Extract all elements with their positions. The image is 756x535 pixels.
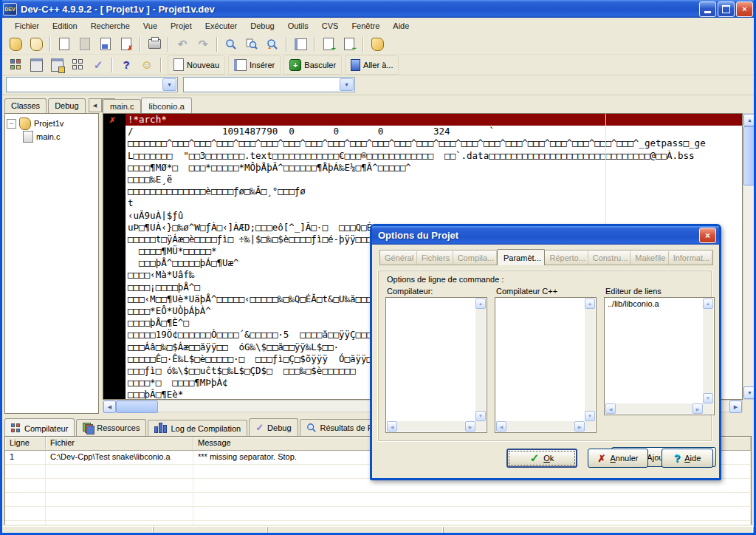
run-button[interactable]	[26, 55, 47, 75]
question-icon: ?	[674, 452, 681, 464]
tab-mainc[interactable]: main.c	[103, 99, 141, 113]
scroll-down-button[interactable]: ▼	[743, 386, 756, 399]
editor-vscrollbar[interactable]: ▲ ▼	[743, 113, 755, 400]
editor-line: t	[126, 197, 742, 209]
member-combo[interactable]: ▼	[183, 77, 355, 92]
tab-compilateur[interactable]: Compilateur	[4, 418, 75, 436]
menu-recherche[interactable]: Recherche	[84, 19, 137, 33]
vscroll-thumb[interactable]	[743, 126, 756, 185]
find-button[interactable]	[221, 35, 241, 54]
tab-debug[interactable]: Debug	[48, 98, 85, 113]
replace-button[interactable]	[262, 35, 283, 54]
scroll-left-button[interactable]: ◀	[89, 98, 102, 112]
menu-debug[interactable]: Debug	[244, 19, 281, 33]
new-project-button[interactable]	[5, 35, 26, 54]
tab-classes[interactable]: Classes	[4, 98, 47, 113]
tab-debug-bottom[interactable]: ✓ Debug	[249, 418, 298, 436]
scroll-up-button[interactable]: ▲	[743, 114, 756, 126]
restore-button[interactable]	[718, 1, 735, 17]
collapse-icon[interactable]: −	[7, 119, 16, 129]
header-ligne[interactable]: Ligne	[5, 437, 46, 450]
linker-options-input[interactable]: ../lib/libconio.a ▲ ▼ ◀ ▶	[604, 297, 715, 415]
compilateur-options-input[interactable]: ▲ ▼ ◀ ▶	[385, 297, 487, 433]
tab-libconioa[interactable]: libconio.a	[141, 98, 192, 113]
basculer-button[interactable]: + Basculer	[284, 55, 342, 75]
compilateur-cpp-options-input[interactable]: ▲ ▼ ◀ ▶	[495, 297, 597, 433]
toolbar-separator	[160, 58, 162, 72]
red-x-icon: ✗	[127, 44, 133, 52]
cancel-button[interactable]: ✗ Annuler	[588, 449, 648, 468]
menu-aide[interactable]: Aide	[386, 19, 416, 33]
class-combo[interactable]: ▼	[6, 77, 178, 92]
close-button[interactable]: ×	[736, 1, 753, 17]
tree-node-project[interactable]: − Projet1v	[7, 117, 97, 130]
arrow-up-icon: ▲	[747, 117, 752, 123]
hscroll-thumb[interactable]	[116, 401, 158, 413]
dialog-tab-repertoires[interactable]: Réperto...	[545, 251, 588, 265]
log-tab-icon	[154, 423, 167, 433]
remove-from-project-button[interactable]: −	[339, 35, 360, 54]
find-in-files-button[interactable]	[241, 35, 262, 54]
redo-icon: ↷	[199, 38, 208, 50]
dialog-tab-compila[interactable]: Compila...	[453, 251, 497, 265]
tab-ressources[interactable]: Ressources	[76, 419, 146, 436]
print-button[interactable]	[144, 35, 165, 54]
compile-button[interactable]	[5, 55, 26, 75]
toolbar-separator	[111, 58, 113, 72]
debug-button[interactable]: ✓	[88, 55, 109, 75]
status-cell	[2, 527, 154, 535]
open-file-button[interactable]	[75, 35, 95, 54]
profile-button[interactable]	[367, 35, 388, 54]
chevron-down-icon[interactable]: ▼	[340, 78, 354, 91]
add-to-project-button[interactable]: +	[318, 35, 339, 54]
minimize-button[interactable]	[699, 1, 716, 17]
rebuild-button[interactable]	[67, 55, 88, 75]
command-line-group: Options de ligne de commande : Compilate…	[377, 270, 712, 442]
help-button[interactable]: ? Aide	[662, 449, 713, 468]
compilateur-label: Compilateur:	[387, 287, 433, 296]
goto-line-button[interactable]	[290, 35, 311, 54]
dialog-tab-parametres[interactable]: Paramèt...	[497, 249, 545, 265]
tab-log-compilation[interactable]: Log de Compilation	[148, 420, 247, 436]
toolbar-separator	[49, 37, 51, 52]
menu-fenetre[interactable]: Fenêtre	[345, 19, 386, 33]
ok-label: Ok	[543, 454, 554, 463]
dialog-title: Options du Projet	[378, 230, 699, 241]
chevron-down-icon[interactable]: ▼	[162, 78, 176, 91]
new-file-button[interactable]	[54, 35, 75, 54]
compile-run-button[interactable]	[47, 55, 67, 75]
open-project-button[interactable]	[26, 35, 47, 54]
scroll-right-button[interactable]: ▶	[729, 401, 742, 413]
tree-node-mainc[interactable]: main.c	[7, 130, 97, 143]
compiler-tab-icon	[11, 423, 21, 433]
menu-vue[interactable]: Vue	[137, 19, 164, 33]
undo-button[interactable]: ↶	[172, 35, 193, 54]
open-project-icon	[30, 38, 43, 51]
menu-outils[interactable]: Outils	[281, 19, 315, 33]
debug-tab-icon: ✓	[255, 422, 264, 433]
dialog-tab-general[interactable]: Général	[380, 251, 417, 265]
dialog-tab-informations[interactable]: Informat...	[669, 251, 712, 265]
help-button[interactable]: ?	[116, 55, 137, 75]
menu-projet[interactable]: Projet	[164, 19, 199, 33]
dialog-tab-makefile[interactable]: Makefile	[630, 251, 668, 265]
toolbar-separator	[140, 37, 141, 52]
dialog-tab-fichiers[interactable]: Fichiers	[417, 251, 453, 265]
save-button[interactable]	[95, 35, 116, 54]
dialog-close-button[interactable]: ×	[699, 228, 716, 243]
ok-button[interactable]: ✓ Ok	[506, 449, 577, 468]
menu-fichier[interactable]: Fichier	[8, 19, 46, 33]
header-fichier[interactable]: Fichier	[46, 437, 193, 450]
close-file-button[interactable]: ✗	[116, 35, 137, 54]
menu-cvs[interactable]: CVS	[315, 19, 346, 33]
nouveau-label: Nouveau	[187, 61, 219, 69]
tip-button[interactable]: ☺	[137, 55, 157, 75]
scroll-left-button[interactable]: ◀	[103, 401, 116, 413]
menu-executer[interactable]: Exécuter	[199, 19, 244, 33]
nouveau-button[interactable]: Nouveau	[168, 55, 225, 75]
redo-button[interactable]: ↷	[193, 35, 213, 54]
aller-a-button[interactable]: Aller à...	[345, 55, 399, 75]
inserer-button[interactable]: Insérer	[228, 55, 281, 75]
menu-edition[interactable]: Edition	[46, 19, 84, 33]
dialog-tab-construction[interactable]: Constru...	[588, 251, 631, 265]
